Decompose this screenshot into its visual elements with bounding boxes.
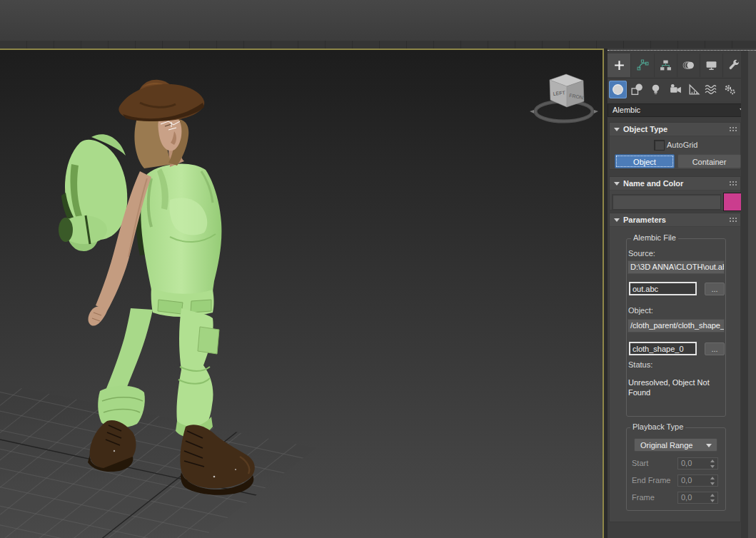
hierarchy-icon	[660, 59, 672, 71]
perspective-viewport[interactable]: LEFT FRONT	[0, 49, 604, 538]
systems-icon	[723, 83, 737, 96]
autogrid-checkbox[interactable]	[654, 140, 665, 151]
playback-mode-dropdown[interactable]: Original Range	[634, 438, 717, 452]
rollout-name-and-color: Name and Color	[609, 176, 741, 210]
browse-object-button[interactable]: ...	[705, 342, 725, 355]
rollout-name-color-header[interactable]: Name and Color	[610, 177, 740, 191]
rollout-object-type: Object Type AutoGrid Object Container	[609, 122, 741, 170]
start-label: Start	[632, 459, 648, 467]
chevron-down-icon	[706, 444, 712, 447]
category-spacewarps[interactable]	[702, 81, 720, 98]
end-frame-value: 0,0	[681, 476, 692, 484]
category-lights[interactable]	[647, 81, 665, 98]
object-class-dropdown[interactable]: Alembic	[608, 103, 750, 117]
object-name-input[interactable]	[612, 194, 721, 210]
rollout-collapse-icon	[614, 182, 620, 186]
geometry-sphere-icon	[611, 83, 625, 96]
command-panel: Alembic Object Type AutoGrid Object Cont…	[608, 50, 756, 538]
command-panel-tabs	[608, 54, 746, 78]
helpers-icon	[687, 83, 701, 96]
rollout-object-type-header[interactable]: Object Type	[610, 123, 740, 136]
create-plus-icon	[613, 59, 625, 71]
object-label: Object:	[628, 306, 653, 315]
panel-scroll-gutter[interactable]	[741, 51, 748, 538]
status-label: Status:	[628, 360, 652, 369]
start-spinner[interactable]: 0,0	[677, 457, 718, 470]
end-frame-spinner[interactable]: 0,0	[677, 474, 718, 487]
source-label: Source:	[628, 249, 655, 258]
category-geometry[interactable]	[609, 81, 627, 98]
browse-file-button[interactable]: ...	[705, 283, 725, 295]
lights-icon	[649, 83, 662, 96]
tab-display[interactable]	[700, 54, 723, 77]
status-value: Unresolved, Object Not Found	[628, 377, 718, 397]
create-categories	[608, 78, 746, 101]
rollout-title: Parameters	[623, 215, 666, 224]
rollout-grip-icon[interactable]	[729, 126, 737, 131]
start-value: 0,0	[681, 459, 692, 467]
rollout-grip-icon[interactable]	[729, 217, 737, 222]
object-path-display: /cloth_parent/cloth_shape_	[628, 319, 725, 333]
tab-modify[interactable]	[631, 54, 655, 77]
shapes-icon	[630, 83, 644, 96]
object-button[interactable]: Object	[615, 154, 675, 168]
playback-mode-value: Original Range	[640, 441, 692, 450]
spacewarps-icon	[704, 83, 717, 96]
utilities-wrench-icon	[728, 59, 740, 71]
panel-right-margin	[748, 51, 756, 538]
motion-icon	[682, 59, 695, 71]
category-cameras[interactable]	[667, 81, 685, 98]
container-button[interactable]: Container	[677, 154, 741, 168]
object-color-swatch[interactable]	[723, 193, 742, 211]
object-class-value: Alembic	[613, 106, 640, 114]
rollout-grip-icon[interactable]	[729, 181, 737, 186]
display-icon	[705, 59, 717, 71]
rollout-collapse-icon	[614, 218, 620, 222]
spinner-arrows-icon[interactable]	[710, 476, 716, 485]
end-frame-label: End Frame	[632, 476, 670, 484]
object-shape-input[interactable]	[629, 342, 697, 355]
tab-motion[interactable]	[677, 54, 700, 77]
modify-icon	[637, 59, 649, 71]
category-systems[interactable]	[721, 81, 739, 98]
frame-value: 0,0	[681, 493, 692, 502]
frame-label: Frame	[632, 493, 655, 502]
rollout-parameters: Parameters Alembic File Source: D:\3D AN…	[609, 213, 741, 522]
torso-top	[141, 163, 221, 295]
autogrid-label: AutoGrid	[667, 141, 697, 149]
category-shapes[interactable]	[628, 81, 646, 98]
spinner-arrows-icon[interactable]	[710, 459, 716, 468]
playback-type-group-label: Playback Type	[630, 422, 685, 431]
alembic-file-group-label: Alembic File	[631, 233, 678, 242]
tab-create[interactable]	[608, 54, 631, 77]
alembic-file-input[interactable]	[629, 282, 697, 295]
category-helpers[interactable]	[685, 81, 703, 98]
rollout-title: Object Type	[623, 125, 667, 133]
source-path-display: D:\3D ANNA\CLOTH\out.ab	[628, 260, 725, 274]
main-toolbar	[0, 0, 756, 49]
rollout-title: Name and Color	[623, 179, 683, 188]
cameras-icon	[669, 83, 682, 96]
spinner-arrows-icon[interactable]	[710, 493, 716, 502]
viewport-canvas[interactable]: LEFT FRONT	[0, 50, 603, 538]
rollout-collapse-icon	[614, 128, 620, 131]
frame-spinner[interactable]: 0,0	[677, 492, 718, 504]
tab-hierarchy[interactable]	[654, 54, 677, 77]
rollout-parameters-header[interactable]: Parameters	[610, 213, 740, 227]
app-window: LEFT FRONT	[0, 0, 756, 538]
toolbar-flyout-strip	[0, 41, 756, 49]
